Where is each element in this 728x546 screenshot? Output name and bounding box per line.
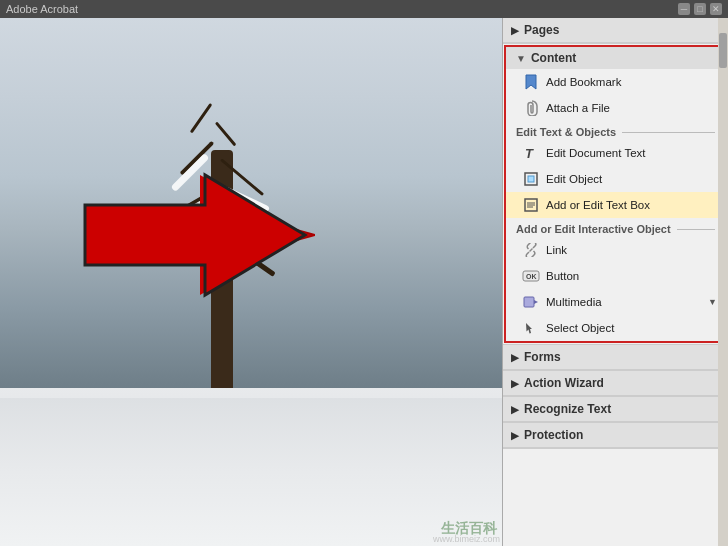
maximize-button[interactable]: □ (694, 3, 706, 15)
svg-marker-16 (534, 300, 538, 304)
button-item[interactable]: OK Button (506, 263, 725, 289)
snow-scene-image: 生活百科 www.bimeiz.com (0, 18, 502, 546)
pages-header[interactable]: ▶ Pages (503, 18, 728, 43)
protection-section: ▶ Protection (503, 423, 728, 449)
edit-document-text-item[interactable]: T Edit Document Text (506, 140, 725, 166)
add-bookmark-item[interactable]: Add Bookmark (506, 69, 725, 95)
svg-rect-7 (528, 176, 534, 182)
right-panel: ▶ Pages ▼ Content (502, 18, 728, 546)
pages-label: Pages (524, 23, 559, 37)
svg-rect-2 (85, 210, 205, 260)
protection-label: Protection (524, 428, 583, 442)
svg-marker-3 (200, 175, 305, 295)
link-item[interactable]: Link (506, 237, 725, 263)
recognize-text-section: ▶ Recognize Text (503, 397, 728, 423)
content-arrow-icon: ▼ (516, 53, 526, 64)
scrollbar[interactable] (718, 18, 728, 546)
add-bookmark-label: Add Bookmark (546, 76, 621, 88)
action-wizard-section: ▶ Action Wizard (503, 371, 728, 397)
forms-label: Forms (524, 350, 561, 364)
forms-header[interactable]: ▶ Forms (503, 345, 728, 370)
right-panel-wrapper: ▶ Pages ▼ Content (502, 18, 728, 546)
svg-marker-17 (526, 323, 532, 334)
title-text: Adobe Acrobat (6, 3, 78, 15)
svg-rect-15 (524, 297, 534, 307)
multimedia-item[interactable]: Multimedia ▼ (506, 289, 725, 315)
main-area: 生活百科 www.bimeiz.com ▶ Pages (0, 18, 728, 546)
select-object-icon (522, 319, 540, 337)
edit-text-objects-divider: Edit Text & Objects (506, 121, 725, 140)
interactive-object-label: Add or Edit Interactive Object (516, 223, 671, 235)
svg-text:OK: OK (526, 273, 537, 280)
bookmark-icon (522, 73, 540, 91)
action-wizard-arrow-icon: ▶ (511, 378, 519, 389)
image-panel: 生活百科 www.bimeiz.com (0, 18, 502, 546)
edit-document-text-label: Edit Document Text (546, 147, 646, 159)
add-edit-textbox-label: Add or Edit Text Box (546, 199, 650, 211)
forms-arrow-icon: ▶ (511, 352, 519, 363)
recognize-text-label: Recognize Text (524, 402, 611, 416)
red-arrow (75, 150, 315, 320)
protection-arrow-icon: ▶ (511, 430, 519, 441)
svg-text:T: T (525, 146, 534, 161)
content-border-highlight: ▼ Content Add Bookmark (504, 45, 727, 343)
edit-text-icon: T (522, 144, 540, 162)
button-icon: OK (522, 267, 540, 285)
close-button[interactable]: ✕ (710, 3, 722, 15)
edit-text-objects-label: Edit Text & Objects (516, 126, 616, 138)
scroll-thumb[interactable] (719, 33, 727, 68)
edit-object-item[interactable]: Edit Object (506, 166, 725, 192)
title-bar: Adobe Acrobat ─ □ ✕ (0, 0, 728, 18)
textbox-icon (522, 196, 540, 214)
content-section: ▼ Content Add Bookmark (503, 44, 728, 345)
interactive-object-divider: Add or Edit Interactive Object (506, 218, 725, 237)
attach-icon (522, 99, 540, 117)
select-object-label: Select Object (546, 322, 614, 334)
pages-section: ▶ Pages (503, 18, 728, 44)
link-label: Link (546, 244, 567, 256)
content-label: Content (531, 51, 576, 65)
snow-ground (0, 398, 502, 546)
url-watermark: www.bimeiz.com (433, 534, 500, 544)
action-wizard-header[interactable]: ▶ Action Wizard (503, 371, 728, 396)
recognize-text-header[interactable]: ▶ Recognize Text (503, 397, 728, 422)
pages-arrow-icon: ▶ (511, 25, 519, 36)
branch-7 (190, 103, 213, 133)
add-edit-textbox-item[interactable]: Add or Edit Text Box (506, 192, 725, 218)
forms-section: ▶ Forms (503, 345, 728, 371)
action-wizard-label: Action Wizard (524, 376, 604, 390)
attach-file-item[interactable]: Attach a File (506, 95, 725, 121)
protection-header[interactable]: ▶ Protection (503, 423, 728, 448)
multimedia-dropdown-icon: ▼ (708, 297, 717, 307)
recognize-text-arrow-icon: ▶ (511, 404, 519, 415)
branch-8 (215, 121, 237, 146)
svg-line-12 (530, 249, 533, 252)
multimedia-label: Multimedia (546, 296, 602, 308)
content-header[interactable]: ▼ Content (506, 47, 725, 69)
select-object-item[interactable]: Select Object (506, 315, 725, 341)
button-label: Button (546, 270, 579, 282)
link-icon (522, 241, 540, 259)
edit-object-label: Edit Object (546, 173, 602, 185)
window-controls: ─ □ ✕ (678, 3, 722, 15)
edit-object-icon (522, 170, 540, 188)
attach-file-label: Attach a File (546, 102, 610, 114)
multimedia-icon (522, 293, 540, 311)
minimize-button[interactable]: ─ (678, 3, 690, 15)
